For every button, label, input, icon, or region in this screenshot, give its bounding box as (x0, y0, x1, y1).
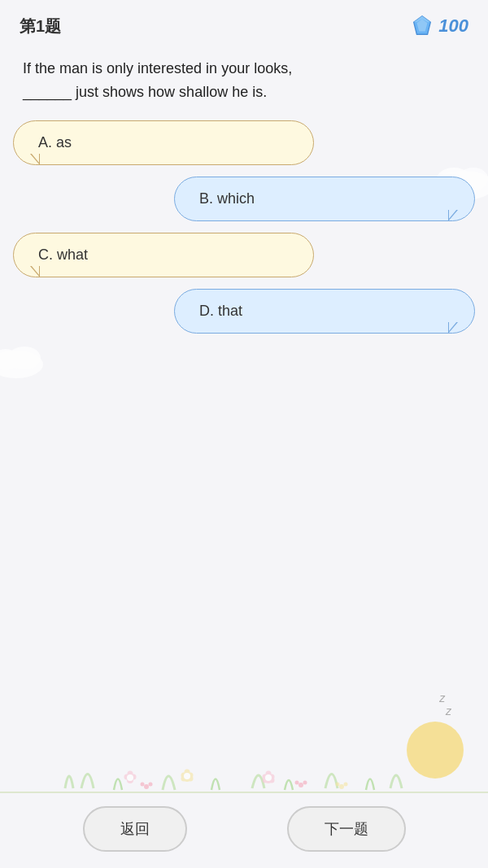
option-c[interactable]: C. what (13, 233, 314, 277)
question-label: 第1题 (20, 15, 61, 37)
svg-point-35 (344, 783, 348, 787)
svg-point-30 (141, 783, 145, 787)
option-b[interactable]: B. which (174, 177, 475, 221)
question-line1: If the man is only interested in your lo… (23, 60, 292, 76)
option-a[interactable]: A. as (13, 120, 314, 165)
svg-point-34 (339, 784, 344, 789)
diamond-icon (411, 15, 434, 37)
score-value: 100 (438, 15, 468, 37)
svg-point-31 (298, 783, 303, 787)
question-text: If the man is only interested in your lo… (0, 46, 488, 120)
bottom-buttons: 返回 下一题 (0, 806, 488, 852)
svg-point-36 (336, 783, 340, 787)
svg-point-29 (149, 783, 153, 787)
cloud-left-mid (0, 334, 57, 378)
header: 第1题 100 (0, 0, 488, 46)
option-d[interactable]: D. that (174, 289, 475, 334)
back-button[interactable]: 返回 (83, 806, 187, 852)
svg-point-20 (184, 773, 190, 779)
svg-point-27 (265, 774, 272, 781)
flowers-decoration (0, 699, 488, 796)
question-line2: ______ just shows how shallow he is. (23, 84, 267, 100)
options-area: A. as B. which C. what D. that (0, 120, 488, 334)
svg-point-13 (127, 774, 133, 781)
svg-point-33 (295, 781, 299, 785)
svg-point-32 (303, 781, 307, 785)
svg-point-28 (144, 784, 149, 789)
score-area: 100 (411, 15, 468, 37)
next-button[interactable]: 下一题 (287, 806, 406, 852)
